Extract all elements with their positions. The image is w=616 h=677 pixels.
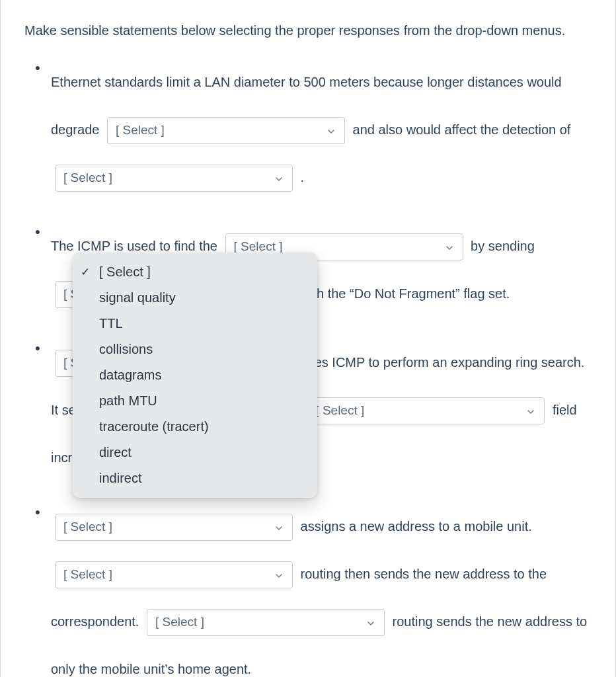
dropdown-popup: ✓[ Select ]signal qualityTTLcollisionsda… <box>73 253 317 498</box>
statement-text: by sending <box>471 239 535 253</box>
dropdown-option-label: indirect <box>99 471 141 486</box>
dropdown-option[interactable]: signal quality <box>73 285 317 311</box>
dropdown-option[interactable]: TTL <box>73 311 317 337</box>
bullet-item: [ Select ] assigns a new address to a mo… <box>51 502 592 677</box>
statement-line: Ethernet standards limit a LAN diameter … <box>51 58 592 201</box>
chevron-down-icon <box>444 242 455 253</box>
statement-text: . <box>301 170 305 184</box>
chevron-down-icon <box>525 406 536 417</box>
select-dropdown[interactable]: [ Select ] <box>307 397 545 424</box>
select-placeholder: [ Select ] <box>315 403 364 418</box>
instructions-text: Make sensible statements below selecting… <box>24 16 592 45</box>
statement-text: with the “Do Not Fragment” flag set. <box>301 286 510 301</box>
dropdown-option[interactable]: datagrams <box>73 362 317 388</box>
select-dropdown[interactable]: [ Select ] <box>147 609 385 636</box>
check-icon: ✓ <box>81 265 90 279</box>
statement-text: The ICMP is used to find the <box>51 239 217 253</box>
dropdown-option-label: path MTU <box>99 393 157 409</box>
chevron-down-icon <box>366 617 376 628</box>
chevron-down-icon <box>274 173 284 184</box>
select-dropdown[interactable]: [ Select ] <box>107 117 345 144</box>
dropdown-option-label: TTL <box>99 316 123 331</box>
select-dropdown[interactable]: [ Select ] <box>55 561 293 588</box>
dropdown-option-label: signal quality <box>99 290 176 305</box>
bullet-item: Ethernet standards limit a LAN diameter … <box>51 58 592 201</box>
select-placeholder: [ Select ] <box>63 171 112 186</box>
chevron-down-icon <box>326 126 336 136</box>
select-dropdown[interactable]: [ Select ] <box>55 514 293 541</box>
select-placeholder: [ Select ] <box>116 123 165 138</box>
chevron-down-icon <box>274 522 284 533</box>
dropdown-option-label: traceroute (tracert) <box>99 419 209 434</box>
dropdown-option-label: [ Select ] <box>99 264 151 280</box>
statement-text: and also would affect the detection of <box>353 122 571 137</box>
select-placeholder: [ Select ] <box>155 615 204 630</box>
dropdown-option[interactable]: traceroute (tracert) <box>73 414 317 440</box>
select-placeholder: [ Select ] <box>63 520 112 535</box>
dropdown-option[interactable]: collisions <box>73 337 317 362</box>
statement-line: [ Select ] assigns a new address to a mo… <box>51 502 592 677</box>
statement-text: assigns a new address to a mobile unit. <box>301 519 532 534</box>
dropdown-option[interactable]: ✓[ Select ] <box>73 259 317 285</box>
dropdown-option-label: direct <box>99 445 132 460</box>
dropdown-option-label: collisions <box>99 342 153 357</box>
dropdown-option[interactable]: indirect <box>73 465 317 491</box>
select-placeholder: [ Select ] <box>63 567 112 582</box>
select-dropdown[interactable]: [ Select ] <box>55 165 293 192</box>
dropdown-option[interactable]: path MTU <box>73 388 317 414</box>
dropdown-option-label: datagrams <box>99 368 162 383</box>
dropdown-option[interactable]: direct <box>73 440 317 465</box>
chevron-down-icon <box>274 570 284 580</box>
